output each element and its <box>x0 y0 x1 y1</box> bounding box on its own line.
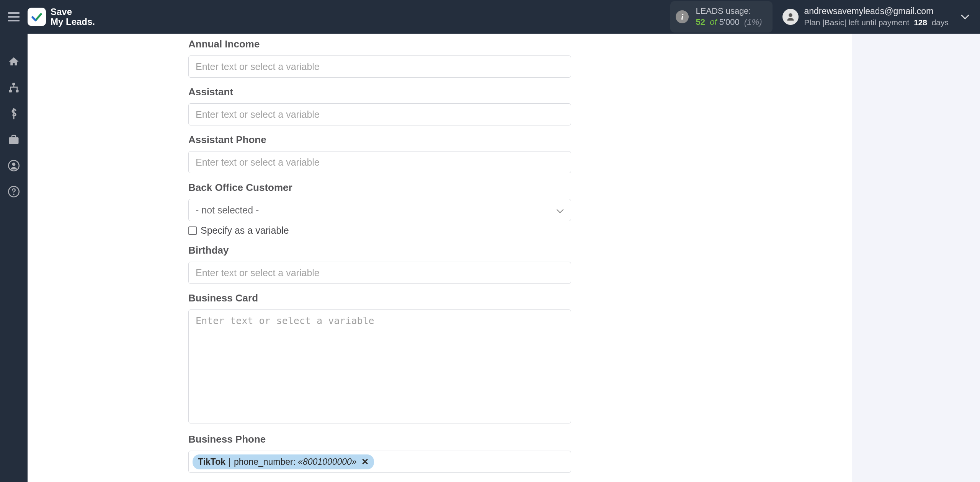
chevron-down-icon <box>961 15 969 20</box>
logo[interactable]: Save My Leads. <box>28 7 95 27</box>
textarea-business-card[interactable] <box>188 309 571 423</box>
select-back-office[interactable]: - not selected - <box>188 199 571 221</box>
usage-total: 5'000 <box>719 17 740 27</box>
sidebar-item-briefcase[interactable] <box>0 129 28 151</box>
logo-text: Save My Leads. <box>51 7 95 27</box>
input-annual-income[interactable] <box>188 55 571 78</box>
input-business-phone[interactable]: TikTok | phone_number: «8001000000» ✕ <box>188 451 571 473</box>
svg-rect-2 <box>8 20 20 21</box>
logo-badge <box>28 8 46 26</box>
checkbox-specify-variable[interactable] <box>188 226 197 235</box>
chip-remove-button[interactable]: ✕ <box>361 457 369 467</box>
account-chevron[interactable] <box>961 12 969 22</box>
usage-box[interactable]: i LEADS usage: 52 of 5'000 (1%) <box>670 1 773 32</box>
label-business-phone: Business Phone <box>188 433 571 445</box>
label-assistant-phone: Assistant Phone <box>188 134 571 146</box>
sidebar-item-home[interactable] <box>0 50 28 73</box>
svg-rect-4 <box>12 83 15 85</box>
field-business-card: Business Card <box>188 292 571 425</box>
logo-line1: Save <box>51 7 95 17</box>
account-lines: andrewsavemyleads@gmail.com Plan |Basic|… <box>804 6 949 28</box>
field-birthday: Birthday <box>188 244 571 284</box>
account-email: andrewsavemyleads@gmail.com <box>804 6 949 17</box>
field-assistant-phone: Assistant Phone <box>188 134 571 173</box>
input-assistant-phone[interactable] <box>188 151 571 173</box>
label-annual-income: Annual Income <box>188 38 571 50</box>
label-birthday: Birthday <box>188 244 571 256</box>
chip-field: phone_number: <box>234 457 296 467</box>
main: Annual Income Assistant Assistant Phone … <box>28 34 852 482</box>
sidebar-item-account[interactable] <box>0 155 28 177</box>
field-back-office: Back Office Customer - not selected - Sp… <box>188 182 571 236</box>
variable-chip: TikTok | phone_number: «8001000000» ✕ <box>193 454 374 469</box>
input-birthday[interactable] <box>188 262 571 284</box>
dollar-icon <box>10 108 18 119</box>
svg-rect-0 <box>8 12 20 14</box>
form-area: Annual Income Assistant Assistant Phone … <box>188 34 571 482</box>
field-annual-income: Annual Income <box>188 38 571 78</box>
usage-label: LEADS usage: <box>696 6 762 17</box>
label-assistant: Assistant <box>188 86 571 98</box>
checkbox-label: Specify as a variable <box>201 225 289 236</box>
input-assistant[interactable] <box>188 103 571 125</box>
sidebar-item-billing[interactable] <box>0 103 28 125</box>
user-icon <box>786 12 795 22</box>
usage-values: 52 of 5'000 (1%) <box>696 17 762 28</box>
sidebar <box>0 34 28 482</box>
chip-source: TikTok <box>198 457 225 467</box>
help-icon <box>8 186 20 197</box>
briefcase-icon <box>8 134 20 145</box>
label-back-office: Back Office Customer <box>188 182 571 194</box>
svg-rect-1 <box>8 16 20 18</box>
home-icon <box>8 56 20 67</box>
info-icon: i <box>676 10 689 23</box>
topbar: Save My Leads. i LEADS usage: 52 of 5'00… <box>0 0 980 34</box>
usage-used: 52 <box>696 17 705 27</box>
sitemap-icon <box>8 82 20 93</box>
checkmark-icon <box>31 11 42 23</box>
checkbox-row-back-office: Specify as a variable <box>188 225 571 236</box>
account-plan: Plan |Basic| left until payment 128 days <box>804 17 949 28</box>
avatar <box>782 9 799 25</box>
account-box[interactable]: andrewsavemyleads@gmail.com Plan |Basic|… <box>782 6 969 28</box>
field-business-phone: Business Phone TikTok | phone_number: «8… <box>188 433 571 473</box>
sidebar-item-connections[interactable] <box>0 77 28 99</box>
topbar-right: i LEADS usage: 52 of 5'000 (1%) andrewsa… <box>670 1 980 32</box>
svg-point-9 <box>12 163 16 166</box>
usage-pct: (1%) <box>742 17 762 27</box>
svg-point-11 <box>13 194 14 195</box>
svg-point-3 <box>789 13 793 17</box>
hamburger-icon <box>8 12 20 21</box>
select-back-office-value: - not selected - <box>196 205 259 216</box>
topbar-left: Save My Leads. <box>0 0 95 34</box>
usage-of: of <box>707 17 719 27</box>
svg-rect-5 <box>9 90 12 92</box>
panel: Annual Income Assistant Assistant Phone … <box>28 34 852 482</box>
menu-toggle-button[interactable] <box>0 0 28 34</box>
user-circle-icon <box>8 160 20 171</box>
svg-rect-7 <box>9 137 19 144</box>
usage-text: LEADS usage: 52 of 5'000 (1%) <box>696 6 762 28</box>
label-business-card: Business Card <box>188 292 571 304</box>
sidebar-item-help[interactable] <box>0 181 28 203</box>
chip-value: «8001000000» <box>298 457 357 467</box>
field-assistant: Assistant <box>188 86 571 125</box>
logo-line2: My Leads. <box>51 17 95 27</box>
chevron-down-icon <box>556 205 564 216</box>
svg-rect-6 <box>16 90 19 92</box>
